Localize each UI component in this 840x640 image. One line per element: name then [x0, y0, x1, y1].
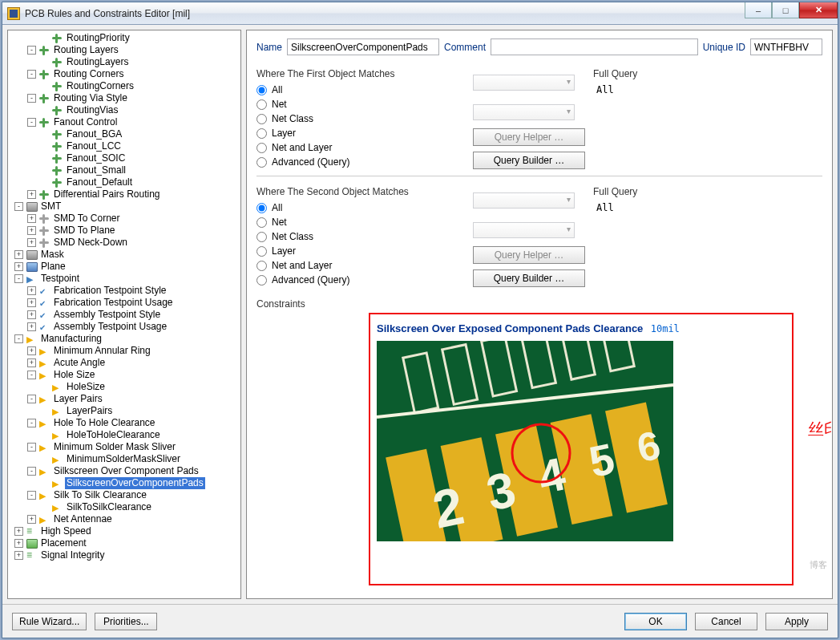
expand-toggle[interactable]: + [14, 539, 23, 548]
query-helper-button-2[interactable]: Query Helper … [473, 246, 585, 264]
tree-node[interactable]: +Differential Pairs Routing [26, 188, 240, 201]
scope-combo-2a[interactable] [473, 192, 575, 209]
tree-node[interactable]: RoutingPriority [38, 32, 240, 44]
tree-node[interactable]: HoleToHoleClearance [38, 429, 240, 441]
tree-node[interactable]: Fanout_LCC [38, 140, 240, 152]
tree-node[interactable]: MinimumSolderMaskSliver [38, 453, 240, 465]
title-bar[interactable]: PCB Rules and Constraints Editor [mil] [2, 2, 838, 25]
expand-toggle[interactable]: - [14, 274, 23, 283]
ok-button[interactable]: OK [624, 613, 687, 630]
tree-node[interactable]: -SMT [13, 201, 240, 213]
expand-toggle[interactable]: + [27, 346, 36, 355]
uniqueid-field[interactable] [750, 38, 822, 55]
expand-toggle[interactable]: + [27, 310, 36, 319]
scope-radio-layer[interactable] [256, 128, 267, 139]
tree-node[interactable]: LayerPairs [38, 405, 240, 417]
tree-node[interactable]: +Plane [13, 261, 240, 273]
expand-toggle[interactable]: - [14, 334, 23, 343]
query-builder-button-1[interactable]: Query Builder … [473, 152, 585, 169]
scope-combo-1b[interactable] [473, 104, 575, 120]
close-button[interactable] [799, 2, 838, 18]
tree-node[interactable]: -Routing Layers [26, 44, 240, 56]
scope-radio-layer[interactable] [256, 246, 267, 257]
tree-node[interactable]: +SMD To Plane [26, 225, 240, 237]
tree-node[interactable]: -Minimum Solder Mask Sliver [26, 441, 240, 453]
tree-node[interactable]: HoleSize [38, 381, 240, 393]
query-helper-button-1[interactable]: Query Helper … [473, 128, 585, 146]
expand-toggle[interactable]: - [27, 118, 36, 127]
tree-node[interactable]: -Hole To Hole Clearance [26, 417, 240, 429]
expand-toggle[interactable]: + [27, 226, 36, 235]
expand-toggle[interactable]: - [27, 419, 36, 427]
tree-node[interactable]: SilkToSilkClearance [38, 501, 240, 513]
tree-node[interactable]: +SMD To Corner [26, 213, 240, 225]
scope-radio-all[interactable] [256, 85, 267, 95]
tree-node[interactable]: +Mask [13, 249, 240, 261]
tree-node[interactable]: RoutingLayers [38, 56, 240, 68]
tree-node[interactable]: -Fanout Control [26, 116, 240, 128]
tree-node[interactable]: Fanout_Small [38, 164, 240, 176]
expand-toggle[interactable]: + [27, 286, 36, 295]
expand-toggle[interactable]: - [27, 467, 36, 476]
tree-node[interactable]: SilkscreenOverComponentPads [38, 477, 240, 489]
apply-button[interactable]: Apply [765, 613, 828, 630]
expand-toggle[interactable]: + [14, 262, 23, 271]
maximize-button[interactable] [772, 2, 799, 18]
tree-node[interactable]: +Signal Integrity [13, 549, 240, 561]
expand-toggle[interactable]: - [27, 371, 36, 379]
scope-radio-all[interactable] [256, 203, 267, 213]
scope-radio-net-and-layer[interactable] [256, 143, 267, 153]
scope-radio-net[interactable] [256, 99, 267, 110]
expand-toggle[interactable]: + [27, 358, 36, 367]
tree-node[interactable]: -Testpoint [13, 273, 240, 285]
scope-radio-net-class[interactable] [256, 114, 267, 124]
tree-node[interactable]: +Fabrication Testpoint Usage [26, 297, 240, 309]
tree-node[interactable]: +Placement [13, 537, 240, 549]
comment-field[interactable] [491, 38, 698, 55]
scope-combo-1a[interactable] [473, 75, 575, 91]
cancel-button[interactable]: Cancel [695, 613, 757, 630]
expand-toggle[interactable]: + [27, 214, 36, 223]
expand-toggle[interactable]: - [27, 70, 36, 79]
name-field[interactable] [287, 38, 439, 55]
rule-tree-panel[interactable]: RoutingPriority-Routing LayersRoutingLay… [7, 30, 241, 599]
tree-node[interactable]: RoutingVias [38, 104, 240, 116]
rule-wizard-button[interactable]: Rule Wizard... [12, 613, 87, 630]
constraint-value[interactable]: 10mil [651, 323, 680, 334]
tree-node[interactable]: Fanout_SOIC [38, 152, 240, 164]
expand-toggle[interactable]: - [14, 202, 23, 211]
scope-radio-net-class[interactable] [256, 232, 267, 242]
tree-node[interactable]: -Layer Pairs [26, 393, 240, 405]
expand-toggle[interactable]: - [27, 94, 36, 103]
expand-toggle[interactable]: + [27, 322, 36, 331]
expand-toggle[interactable]: + [14, 551, 23, 560]
tree-node[interactable]: +Minimum Annular Ring [26, 345, 240, 357]
scope-radio-net-and-layer[interactable] [256, 261, 267, 271]
expand-toggle[interactable]: + [27, 190, 36, 199]
tree-node[interactable]: -Routing Via Style [26, 92, 240, 104]
expand-toggle[interactable]: + [14, 527, 23, 536]
tree-node[interactable]: +Acute Angle [26, 357, 240, 369]
expand-toggle[interactable]: + [14, 250, 23, 259]
tree-node[interactable]: RoutingCorners [38, 80, 240, 92]
expand-toggle[interactable]: - [27, 491, 36, 500]
tree-node[interactable]: +Assembly Testpoint Style [26, 309, 240, 321]
tree-node[interactable]: +High Speed [13, 525, 240, 537]
expand-toggle[interactable]: + [27, 515, 36, 524]
tree-node[interactable]: Fanout_Default [38, 176, 240, 188]
expand-toggle[interactable]: - [27, 443, 36, 452]
tree-node[interactable]: -Silk To Silk Clearance [26, 489, 240, 501]
query-builder-button-2[interactable]: Query Builder … [473, 269, 585, 287]
scope-radio-net[interactable] [256, 217, 267, 228]
tree-node[interactable]: +SMD Neck-Down [26, 237, 240, 249]
tree-node[interactable]: -Routing Corners [26, 68, 240, 80]
tree-node[interactable]: -Manufacturing [13, 333, 240, 345]
scope-radio-advanced-query-[interactable] [256, 157, 267, 168]
minimize-button[interactable] [745, 2, 772, 18]
tree-node[interactable]: Fanout_BGA [38, 128, 240, 140]
expand-toggle[interactable]: - [27, 46, 36, 55]
tree-node[interactable]: +Fabrication Testpoint Style [26, 285, 240, 297]
scope-radio-advanced-query-[interactable] [256, 275, 267, 286]
priorities-button[interactable]: Priorities... [95, 613, 157, 630]
tree-node[interactable]: +Assembly Testpoint Usage [26, 321, 240, 333]
